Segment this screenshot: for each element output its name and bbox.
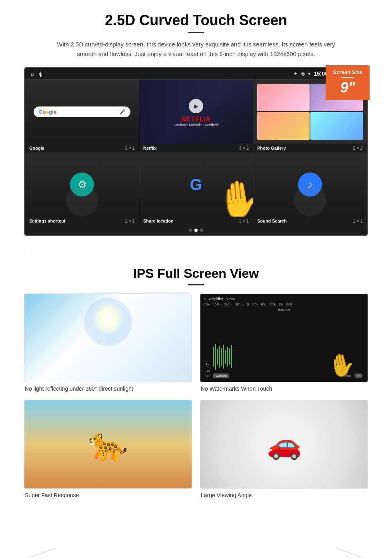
netflix-app-size: 3 × 2 bbox=[239, 146, 249, 151]
car-diagram: 🚗 bbox=[267, 428, 302, 461]
google-logo: Google bbox=[38, 109, 56, 115]
sunlight-image bbox=[24, 293, 192, 382]
section2-title: IPS Full Screen View bbox=[24, 266, 368, 281]
usb-icon: ψ bbox=[39, 71, 42, 77]
gallery-app-name: Photo Gallery bbox=[257, 146, 286, 151]
bluetooth-icon: ✦ bbox=[294, 71, 298, 76]
google-app-name: Google bbox=[29, 146, 44, 151]
amp-bar-9 bbox=[229, 348, 230, 365]
netflix-content: ▶ NETFLIX Continue Marvel's Daredevil bbox=[174, 96, 218, 127]
netflix-cell: ▶ NETFLIX Continue Marvel's Daredevil Ne… bbox=[139, 80, 253, 153]
amp-bar-3 bbox=[217, 349, 218, 365]
share-app-size: 1 × 1 bbox=[239, 219, 249, 223]
amplifier-image: ⌂ Amplifier 17:33 60hz100hz200hz500hz1k2… bbox=[200, 293, 368, 382]
dot-2 bbox=[194, 229, 198, 232]
amplifier-caption: No Watermarks When Touch bbox=[200, 385, 368, 392]
gallery-thumb-4 bbox=[310, 112, 363, 140]
cheetah-emoji: 🐆 bbox=[88, 426, 128, 463]
app-grid-bottom: ⚙ Settings shortcut 1 × 1 G bbox=[25, 153, 367, 225]
amp-bar-1 bbox=[213, 347, 214, 367]
amplifier-feature: ⌂ Amplifier 17:33 60hz100hz200hz500hz1k2… bbox=[200, 293, 368, 392]
share-preview: G 🤚 bbox=[139, 153, 253, 217]
amp-header: ⌂ Amplifier 17:33 bbox=[204, 297, 364, 301]
gallery-thumb-1 bbox=[257, 84, 310, 111]
pagination-dots bbox=[25, 225, 367, 235]
sunlight-caption: No light reflecting under 360° direct su… bbox=[24, 385, 192, 392]
section1-divider bbox=[188, 32, 204, 33]
status-bar-left: ⌂ ψ bbox=[31, 71, 42, 77]
features-grid: No light reflecting under 360° direct su… bbox=[24, 293, 368, 498]
location-icon: ◎ bbox=[301, 71, 305, 76]
device-screen: ⌂ ψ ✦ ◎ ▾ 15:06 📷 🔊 ✕ ▭ bbox=[24, 67, 368, 236]
cheetah-caption: Super Fast Response bbox=[24, 492, 192, 498]
netflix-app-name: Netflix bbox=[143, 146, 157, 151]
sunlight-visual bbox=[24, 294, 192, 382]
amp-title: Amplifier bbox=[209, 297, 223, 301]
share-label-row: Share location 1 × 1 bbox=[139, 217, 253, 225]
sound-app-size: 1 × 1 bbox=[353, 219, 363, 223]
gallery-thumb-3 bbox=[257, 112, 310, 140]
section-divider bbox=[24, 254, 368, 254]
google-cell: Google 🎤 Google 3 × 1 bbox=[25, 80, 139, 153]
sound-app-name: Sound Search bbox=[257, 219, 287, 223]
curved-touch-screen-section: 2.5D Curved Touch Screen With 2.5D curve… bbox=[0, 0, 392, 246]
google-preview: Google 🎤 bbox=[25, 80, 139, 144]
amp-bar-4 bbox=[219, 346, 220, 368]
ips-screen-section: IPS Full Screen View No light reflecting… bbox=[0, 262, 392, 510]
settings-app-name: Settings shortcut bbox=[29, 219, 65, 223]
amp-bar-10 bbox=[231, 345, 232, 368]
sound-label-row: Sound Search 1 × 1 bbox=[253, 217, 367, 225]
badge-size: 9" bbox=[332, 79, 363, 96]
car-image: 🚗 bbox=[200, 400, 368, 489]
wifi-icon: ▾ bbox=[308, 71, 310, 76]
app-grid-top: Google 🎤 Google 3 × 1 bbox=[25, 80, 367, 153]
amp-time: 17:33 bbox=[226, 297, 235, 301]
amp-bar-6 bbox=[223, 345, 224, 369]
car-emoji: 🚗 bbox=[267, 428, 302, 461]
gallery-label-row: Photo Gallery 2 × 2 bbox=[253, 144, 367, 153]
amp-home-icon: ⌂ bbox=[204, 297, 206, 301]
sound-search-cell: ♪ Sound Search 1 × 1 bbox=[253, 153, 367, 225]
netflix-label-row: Netflix 3 × 2 bbox=[139, 144, 253, 153]
screen-size-badge: Screen Size 9" bbox=[326, 65, 370, 100]
share-location-cell: G 🤚 Share location 1 × 1 bbox=[139, 153, 253, 225]
amp-balance-label: Balance bbox=[204, 308, 364, 311]
sunlight-feature: No light reflecting under 360° direct su… bbox=[24, 293, 192, 392]
netflix-logo: NETFLIX bbox=[174, 116, 218, 123]
gallery-app-size: 2 × 2 bbox=[353, 146, 363, 151]
sound-shadow bbox=[294, 185, 326, 217]
sound-preview: ♪ bbox=[253, 153, 367, 217]
cheetah-image: 🐆 bbox=[24, 400, 192, 489]
dot-3 bbox=[200, 229, 203, 232]
car-caption: Large Viewing Angle bbox=[200, 492, 368, 498]
settings-label-row: Settings shortcut 1 × 1 bbox=[25, 217, 139, 225]
amp-freq-labels: 60hz100hz200hz500hz1k2.5k10k12.5k15kSUB bbox=[204, 303, 364, 306]
amplifier-visual: ⌂ Amplifier 17:33 60hz100hz200hz500hz1k2… bbox=[200, 294, 368, 382]
amp-db-labels: 10 0 -10 bbox=[205, 362, 210, 373]
car-visual: 🚗 bbox=[200, 400, 368, 488]
home-icon: ⌂ bbox=[31, 71, 34, 77]
hand-touch-icon: 🤚 bbox=[214, 177, 253, 217]
google-search-bar[interactable]: Google 🎤 bbox=[34, 106, 130, 117]
settings-app-size: 1 × 1 bbox=[125, 219, 135, 223]
netflix-preview: ▶ NETFLIX Continue Marvel's Daredevil bbox=[139, 80, 253, 144]
settings-cell: ⚙ Settings shortcut 1 × 1 bbox=[25, 153, 139, 225]
car-feature: 🚗 Large Viewing Angle bbox=[200, 400, 368, 498]
amp-bar-7 bbox=[225, 350, 226, 364]
section1-description: With 2.5D curved-display screen, this de… bbox=[56, 40, 336, 59]
device-mockup: Screen Size 9" ⌂ ψ ✦ ◎ ▾ 15:06 📷 🔊 bbox=[24, 67, 368, 236]
dot-1 bbox=[189, 229, 192, 232]
play-button[interactable]: ▶ bbox=[189, 99, 203, 113]
google-app-size: 3 × 1 bbox=[125, 146, 135, 151]
google-label-row: Google 3 × 1 bbox=[25, 144, 139, 153]
cheetah-feature: 🐆 Super Fast Response bbox=[24, 400, 192, 498]
microphone-icon: 🎤 bbox=[120, 109, 126, 114]
amp-hand-icon: ✋ bbox=[326, 350, 358, 380]
section1-title: 2.5D Curved Touch Screen bbox=[24, 12, 368, 29]
amp-bar-8 bbox=[227, 347, 228, 367]
amp-bar-2 bbox=[215, 344, 216, 370]
settings-shadow bbox=[66, 185, 98, 217]
section2-divider bbox=[188, 284, 204, 285]
amp-bar-5 bbox=[221, 348, 222, 366]
sun-glow bbox=[84, 298, 132, 346]
